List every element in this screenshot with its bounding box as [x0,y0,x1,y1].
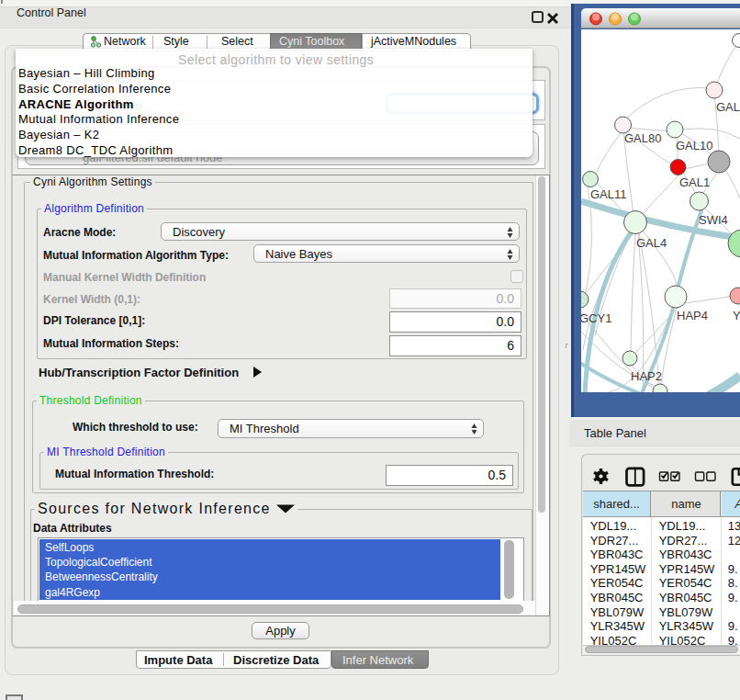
svg-text:HAP4: HAP4 [677,309,708,322]
svg-text:GAL4: GAL4 [636,236,667,250]
svg-text:HAP2: HAP2 [631,369,662,383]
svg-text:GAL11: GAL11 [590,187,627,201]
svg-text:GCY1: GCY1 [581,311,611,325]
svg-text:GAL10: GAL10 [676,139,712,152]
svg-text:GAL7: GAL7 [716,100,740,114]
svg-text:GAL1: GAL1 [679,175,710,189]
svg-text:GAL80: GAL80 [624,131,661,145]
svg-text:SWI4: SWI4 [699,213,728,227]
svg-text:YM: YM [733,309,740,322]
